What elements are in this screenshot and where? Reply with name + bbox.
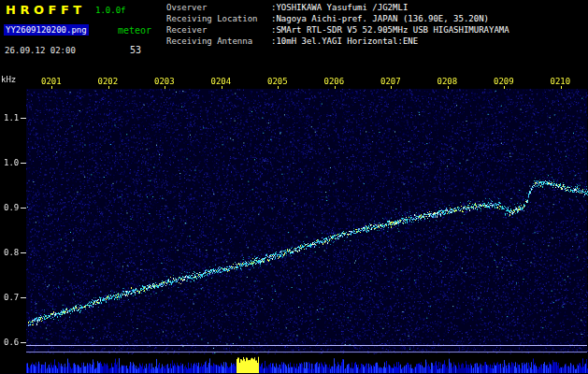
info-label: Receiving Location — [166, 13, 271, 24]
header-info: Ovserver:YOSHIKAWA Yasufumi /JG2MLI Rece… — [166, 2, 588, 47]
output-filename: YY2609120200.png — [4, 24, 89, 36]
info-row-observer: Ovserver:YOSHIKAWA Yasufumi /JG2MLI — [166, 2, 588, 13]
mode-label: meteor — [118, 25, 151, 36]
info-value: :10mH 3el.YAGI Horizontal:ENE — [271, 36, 418, 46]
info-value: :Nagoya Aichi-pref. JAPAN (136.90E, 35.2… — [271, 14, 489, 23]
app-title: H R O F F T — [6, 3, 81, 17]
hrofft-window: H R O F F T 1.0.0f YY2609120200.png mete… — [0, 0, 588, 374]
spectrogram-canvas — [0, 73, 588, 374]
info-label: Receiving Antenna — [166, 36, 271, 47]
app-version: 1.0.0f — [95, 6, 126, 15]
info-row-antenna: Receiving Antenna:10mH 3el.YAGI Horizont… — [166, 36, 588, 47]
info-row-location: Receiving Location:Nagoya Aichi-pref. JA… — [166, 13, 588, 24]
meteor-count: 53 — [130, 45, 141, 55]
info-value: :YOSHIKAWA Yasufumi /JG2MLI — [271, 3, 408, 12]
observation-datetime: 26.09.12 02:00 — [5, 46, 76, 55]
info-row-receiver: Receiver:SMArt RTL-SDR V5 52.905MHz USB … — [166, 24, 588, 36]
info-value: :SMArt RTL-SDR V5 52.905MHz USB HIGASHIM… — [271, 25, 509, 35]
info-label: Receiver — [166, 24, 271, 36]
header-left: H R O F F T 1.0.0f YY2609120200.png mete… — [0, 0, 166, 73]
info-label: Ovserver — [166, 2, 271, 13]
